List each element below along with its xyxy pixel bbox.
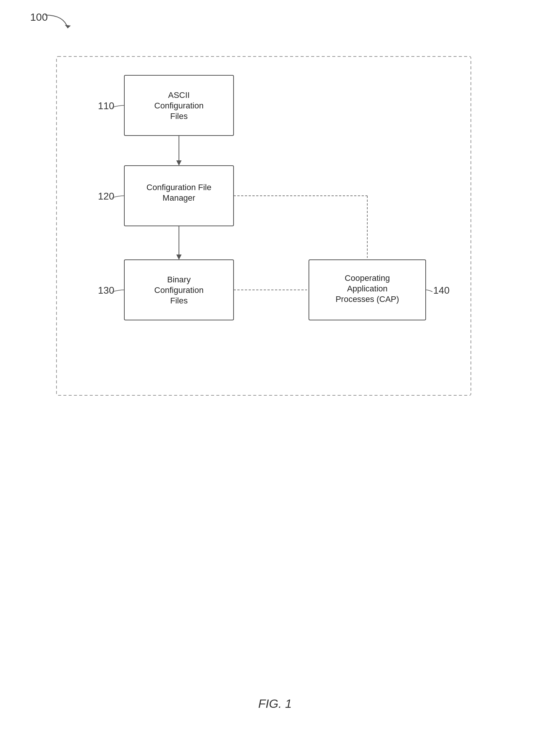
ref-110-label: 110 (98, 100, 114, 111)
arrowhead-110-120 (176, 160, 182, 166)
svg-text:Configuration: Configuration (154, 285, 204, 295)
svg-text:Manager: Manager (163, 193, 196, 203)
svg-text:Processes (CAP): Processes (CAP) (336, 294, 399, 304)
outer-dashed-box (57, 56, 471, 395)
svg-text:Configuration File: Configuration File (147, 183, 211, 192)
svg-text:Application: Application (347, 284, 388, 293)
svg-text:Files: Files (170, 296, 188, 305)
diagram-svg: ASCII Configuration Files Configuration … (53, 49, 497, 407)
svg-text:ASCII: ASCII (168, 90, 189, 100)
svg-text:Binary: Binary (167, 275, 191, 284)
ref-140-label: 140 (433, 285, 449, 296)
figure-arrow-indicator (30, 11, 75, 34)
svg-text:Configuration: Configuration (154, 101, 204, 110)
svg-text:Files: Files (170, 111, 188, 121)
ref-140-line (426, 290, 432, 292)
svg-text:Cooperating: Cooperating (345, 273, 390, 283)
svg-marker-0 (65, 25, 71, 28)
arrowhead-120-130 (176, 255, 182, 260)
ref-130-label: 130 (98, 285, 114, 296)
figure-caption: FIG. 1 (258, 697, 292, 711)
ref-120-label: 120 (98, 191, 114, 202)
